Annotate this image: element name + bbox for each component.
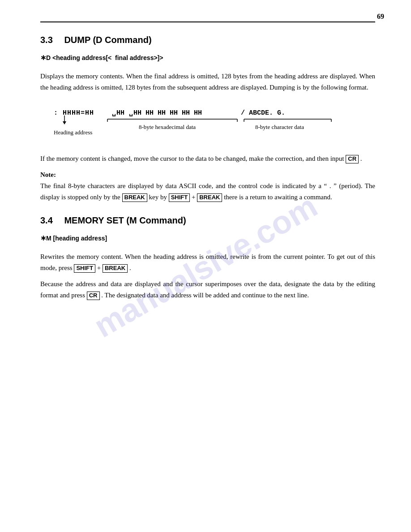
section-34-title: MEMORY SET (M Command)	[64, 215, 186, 225]
svg-text:Heading address: Heading address	[54, 129, 92, 136]
svg-text:8-byte hexadecimal data: 8-byte hexadecimal data	[139, 124, 196, 130]
top-rule	[40, 21, 375, 22]
section-33-title: DUMP (D Command)	[64, 35, 151, 45]
section-33-body1: Displays the memory contents. When the f…	[40, 71, 375, 93]
page: 69 3.3 DUMP (D Command) ∗D <heading addr…	[0, 0, 411, 532]
section-34-heading: 3.4 MEMORY SET (M Command)	[40, 215, 375, 226]
page-number: 69	[377, 13, 384, 21]
section-34-syntax: ∗M [heading address]	[40, 234, 375, 242]
break-key-3: BREAK	[103, 264, 128, 273]
dump-diagram: : HHHH=HH ␣ HH ␣ HH HH HH HH HH HH / ABC…	[49, 102, 375, 144]
svg-text:␣: ␣	[129, 109, 133, 117]
section-34-body2: Because the address and data are display…	[40, 279, 375, 301]
section-34-number: 3.4	[40, 215, 53, 225]
svg-text:HH  HH  HH  HH  HH  HH: HH HH HH HH HH HH	[133, 109, 202, 117]
shift-key-1: SHIFT	[169, 193, 190, 202]
break-key-1: BREAK	[122, 193, 147, 202]
cr-key-1: CR	[346, 155, 359, 163]
dump-diagram-svg: : HHHH=HH ␣ HH ␣ HH HH HH HH HH HH / ABC…	[49, 102, 381, 142]
section-33-heading: 3.3 DUMP (D Command)	[40, 35, 375, 45]
syntax-cmd: D <heading address[< final address>]>	[46, 54, 163, 61]
svg-marker-7	[63, 121, 66, 124]
note-body: The final 8-byte characters are displaye…	[40, 180, 375, 203]
note-label: Note:	[40, 171, 375, 179]
section-34-body1: Rewrites the memory content. When the he…	[40, 251, 375, 274]
shift-key-2: SHIFT	[74, 264, 95, 273]
svg-text:/ ABCDE. G.: / ABCDE. G.	[241, 109, 285, 117]
svg-text:HH: HH	[116, 109, 124, 117]
svg-text:8-byte character data: 8-byte character data	[255, 124, 304, 130]
syntax-34-cmd: M [heading address]	[46, 235, 107, 242]
section-33-syntax: ∗D <heading address[< final address>]>	[40, 53, 375, 62]
cr-key-2: CR	[87, 292, 100, 300]
section-33-body2: If the memory content is changed, move t…	[40, 153, 375, 164]
syntax-34-ast: ∗	[40, 234, 46, 242]
svg-text:: HHHH=HH: : HHHH=HH	[54, 109, 94, 117]
break-key-2: BREAK	[197, 193, 222, 202]
svg-text:␣: ␣	[112, 109, 116, 117]
section-33-number: 3.3	[40, 35, 53, 45]
syntax-ast: ∗	[40, 54, 46, 61]
